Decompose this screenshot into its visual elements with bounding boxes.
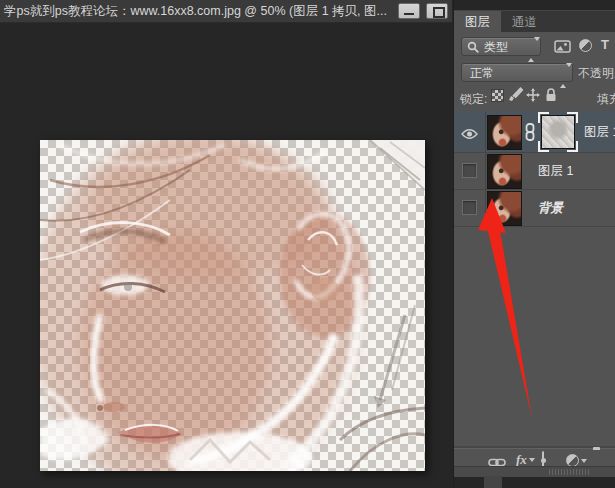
selection-corner-icon — [567, 141, 578, 152]
caret-down-icon — [529, 458, 535, 462]
minimize-icon — [404, 13, 414, 15]
maximize-icon — [433, 7, 445, 18]
layer-name[interactable]: 背景 — [538, 200, 563, 217]
document-title: 学ps就到ps教程论坛：www.16xx8.com.jpg @ 50% (图层 … — [4, 0, 394, 22]
layer-thumbnail[interactable] — [487, 115, 522, 150]
filtered-face-image — [40, 140, 425, 471]
layer-list: 图层 1 拷贝 图层 1 背景 — [454, 111, 615, 227]
blend-mode-value: 正常 — [470, 65, 494, 82]
dropdown-stepper-icon — [560, 67, 567, 85]
tab-channels[interactable]: 通道 — [501, 11, 548, 33]
dropdown-stepper-icon — [528, 41, 535, 59]
mask-link-icon[interactable] — [525, 123, 535, 145]
type-layer-filter-icon[interactable]: T — [601, 37, 609, 52]
panel-resize-strip[interactable] — [454, 466, 615, 477]
visibility-checkbox[interactable] — [462, 163, 477, 178]
dock-fragment — [484, 476, 502, 488]
eye-icon[interactable] — [461, 126, 478, 144]
layer-thumbnail[interactable] — [487, 191, 522, 226]
filter-result-thumbnail[interactable] — [538, 112, 578, 152]
opacity-label: 不透明度: — [578, 65, 615, 82]
layer-row-layer1[interactable]: 图层 1 — [454, 153, 615, 190]
minimize-button[interactable] — [398, 3, 420, 19]
document-titlebar: 学ps就到ps教程论坛：www.16xx8.com.jpg @ 50% (图层 … — [0, 0, 452, 23]
layers-panel: 图层通道 类型 T — [453, 0, 615, 488]
lock-transparency-icon[interactable] — [491, 89, 504, 102]
lock-label: 锁定: — [460, 91, 487, 108]
pixel-layer-filter-icon[interactable] — [554, 39, 571, 57]
layer-row-layer1-copy[interactable]: 图层 1 拷贝 — [454, 111, 615, 153]
layer-row-background[interactable]: 背景 — [454, 190, 615, 227]
layer-filter-dropdown[interactable]: 类型 — [461, 37, 541, 56]
layers-footer-bar: fx — [454, 448, 615, 467]
layer-thumbnail[interactable] — [487, 154, 522, 189]
tab-layers[interactable]: 图层 — [454, 11, 501, 33]
fill-label: 填充: — [597, 91, 615, 108]
canvas-artwork — [40, 140, 425, 471]
photoshop-window: 学ps就到ps教程论坛：www.16xx8.com.jpg @ 50% (图层 … — [0, 0, 615, 488]
visibility-cell[interactable] — [454, 190, 486, 226]
panel-tabstrip: 图层通道 — [454, 10, 615, 33]
caret-down-icon — [581, 459, 587, 463]
selection-corner-icon — [538, 141, 549, 152]
magnifier-icon — [467, 41, 480, 54]
visibility-cell[interactable] — [454, 153, 486, 189]
adjustment-layer-filter-icon[interactable] — [579, 39, 592, 52]
resize-grip-icon — [549, 469, 591, 475]
lock-all-icon[interactable] — [545, 88, 557, 106]
blend-mode-dropdown[interactable]: 正常 — [461, 63, 573, 82]
layers-panel-body: 类型 T 正常 不透明度: 锁定: — [454, 32, 615, 476]
maximize-button[interactable] — [426, 3, 448, 19]
filter-type-label: 类型 — [484, 39, 508, 56]
layer-name[interactable]: 图层 1 拷贝 — [584, 124, 615, 141]
selection-corner-icon — [538, 112, 549, 123]
layer-name[interactable]: 图层 1 — [538, 163, 573, 180]
selection-corner-icon — [567, 112, 578, 123]
visibility-checkbox[interactable] — [462, 200, 477, 215]
lock-pixels-icon[interactable] — [508, 87, 523, 106]
lock-position-icon[interactable] — [526, 88, 540, 106]
visibility-cell[interactable] — [454, 111, 486, 152]
